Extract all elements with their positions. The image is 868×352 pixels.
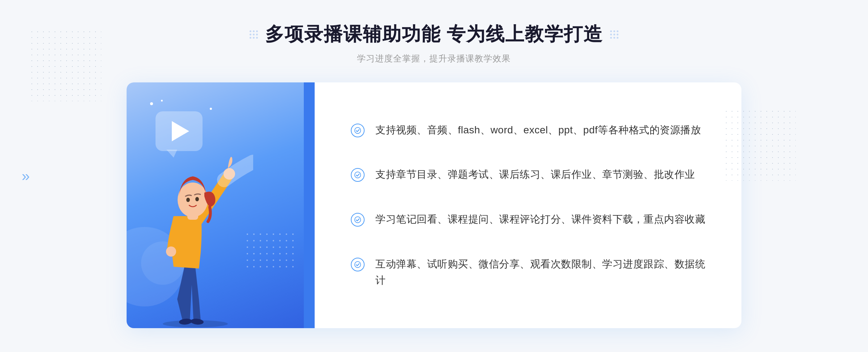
feature-text-1: 支持视频、音频、flash、word、excel、ppt、pdf等各种格式的资源… [375, 122, 701, 138]
sparkle-3 [210, 108, 212, 110]
svg-point-11 [355, 217, 361, 223]
feature-text-2: 支持章节目录、弹题考试、课后练习、课后作业、章节测验、批改作业 [375, 167, 695, 183]
chevron-left-icon: » [22, 168, 30, 184]
svg-point-9 [355, 127, 361, 133]
dot-grid-1 [29, 29, 101, 101]
header-decorators: 多项录播课辅助功能 专为线上教学打造 [250, 22, 618, 47]
subtitle: 学习进度全掌握，提升录播课教学效果 [250, 53, 618, 64]
blue-stripe [304, 82, 315, 328]
check-icon-4 [351, 258, 365, 271]
svg-point-4 [166, 246, 176, 257]
check-icon-2 [351, 168, 365, 182]
header-section: 多项录播课辅助功能 专为线上教学打造 学习进度全掌握，提升录播课教学效果 [250, 22, 618, 64]
svg-point-8 [195, 197, 199, 201]
content-area: 支持视频、音频、flash、word、excel、ppt、pdf等各种格式的资源… [127, 82, 741, 328]
feature-item-3: 学习笔记回看、课程提问、课程评论打分、课件资料下载，重点内容收藏 [351, 208, 705, 231]
svg-point-6 [178, 183, 208, 217]
check-icon-3 [351, 213, 365, 227]
feature-item-4: 互动弹幕、试听购买、微信分享、观看次数限制、学习进度跟踪、数据统计 [351, 253, 705, 292]
feature-text-3: 学习笔记回看、课程提问、课程评论打分、课件资料下载，重点内容收藏 [375, 211, 705, 228]
check-icon-1 [351, 124, 365, 137]
feature-text-4: 互动弹幕、试听购买、微信分享、观看次数限制、学习进度跟踪、数据统计 [375, 256, 705, 289]
sparkle-2 [161, 100, 163, 102]
sparkle-1 [150, 102, 153, 105]
left-decorator-dots [250, 30, 258, 39]
person-illustration [137, 126, 253, 328]
feature-item-1: 支持视频、音频、flash、word、excel、ppt、pdf等各种格式的资源… [351, 119, 705, 142]
svg-point-12 [355, 262, 361, 268]
main-title: 多项录播课辅助功能 专为线上教学打造 [265, 22, 603, 47]
left-dot-grid [247, 233, 297, 270]
svg-point-7 [186, 198, 190, 202]
feature-item-2: 支持章节目录、弹题考试、课后练习、课后作业、章节测验、批改作业 [351, 163, 705, 186]
page-wrapper: » 多项录播课辅助功能 专为线上教学打造 学习进度全掌握，提升录播课教学效果 [0, 0, 868, 352]
svg-point-10 [355, 172, 361, 178]
left-illustration-panel [127, 82, 315, 328]
right-features-panel: 支持视频、音频、flash、word、excel、ppt、pdf等各种格式的资源… [315, 82, 741, 328]
right-decorator-dots [610, 30, 618, 39]
